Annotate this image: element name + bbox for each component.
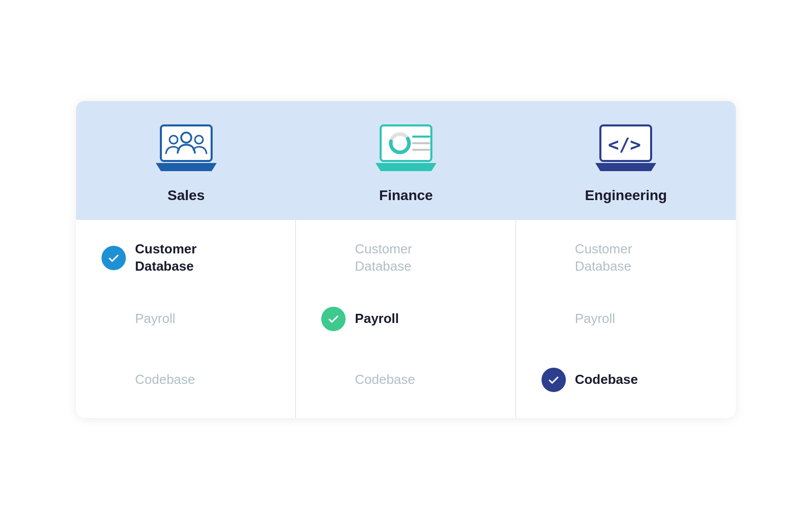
- finance-codebase: Codebase: [321, 362, 490, 398]
- engineering-label: Engineering: [585, 187, 667, 204]
- engineering-codebase-label: Codebase: [575, 371, 638, 388]
- main-card: Sales Finance: [76, 101, 736, 418]
- sales-codebase-label: Codebase: [135, 371, 195, 388]
- check-badge-green-payroll: [321, 307, 346, 331]
- checkmark-icon: [108, 252, 120, 264]
- finance-label: Finance: [379, 187, 433, 204]
- body-col-engineering: CustomerDatabase Payroll Codebase: [516, 220, 736, 418]
- body-grid: CustomerDatabase Payroll Codebase Custom…: [76, 220, 736, 418]
- sales-codebase: Codebase: [101, 362, 270, 398]
- header-cell-finance: Finance: [296, 121, 516, 204]
- finance-customer-database: CustomerDatabase: [321, 240, 490, 276]
- body-col-sales: CustomerDatabase Payroll Codebase: [76, 220, 296, 418]
- header-row: Sales Finance: [76, 101, 736, 220]
- engineering-codebase: Codebase: [542, 362, 710, 398]
- engineering-payroll-label: Payroll: [575, 310, 615, 328]
- check-badge-navy-codebase: [542, 368, 566, 392]
- sales-customer-database: CustomerDatabase: [101, 240, 270, 276]
- checkmark-icon: [327, 313, 340, 325]
- header-cell-engineering: </> Engineering: [516, 121, 736, 204]
- engineering-payroll: Payroll: [542, 301, 710, 337]
- check-badge-blue-customer: [101, 246, 126, 270]
- body-col-finance: CustomerDatabase Payroll Codebase: [296, 220, 516, 418]
- sales-payroll-label: Payroll: [135, 310, 175, 328]
- svg-text:</>: </>: [608, 134, 641, 155]
- finance-codebase-label: Codebase: [355, 371, 415, 388]
- sales-label: Sales: [167, 187, 205, 204]
- code-laptop-icon: </>: [590, 121, 661, 177]
- sales-customer-database-label: CustomerDatabase: [135, 241, 196, 275]
- finance-payroll: Payroll: [321, 301, 490, 337]
- finance-customer-database-label: CustomerDatabase: [355, 241, 412, 275]
- people-laptop-icon: [151, 121, 222, 177]
- chart-laptop-icon: [370, 121, 442, 177]
- finance-payroll-label: Payroll: [355, 310, 399, 328]
- engineering-customer-database-label: CustomerDatabase: [575, 241, 632, 275]
- engineering-customer-database: CustomerDatabase: [542, 240, 710, 276]
- sales-payroll: Payroll: [101, 301, 270, 337]
- header-cell-sales: Sales: [76, 121, 296, 204]
- checkmark-icon: [548, 374, 560, 386]
